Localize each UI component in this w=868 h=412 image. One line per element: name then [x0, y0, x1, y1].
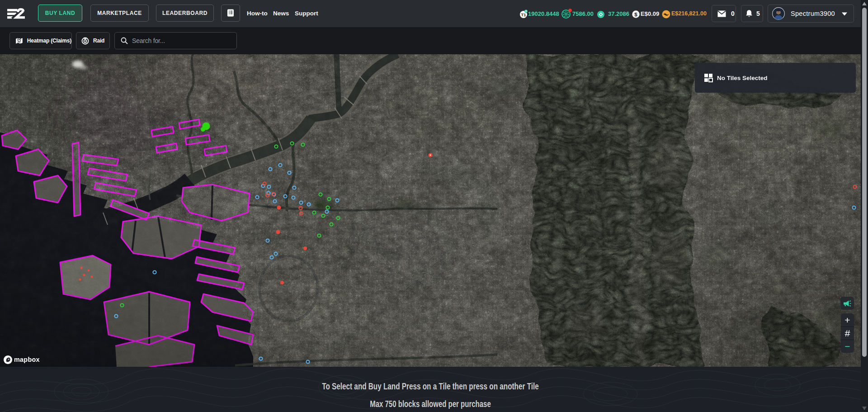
svg-text:$: $ [634, 12, 637, 17]
svg-text:+: + [525, 9, 527, 13]
